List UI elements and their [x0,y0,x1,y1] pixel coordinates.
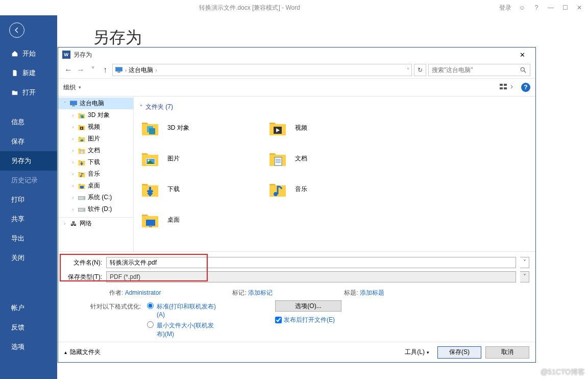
folder-icon [267,117,288,138]
back-button[interactable] [9,22,24,38]
optimize-standard-radio[interactable] [147,302,154,309]
tree-label: 系统 (C:) [88,193,112,202]
tree-item-network[interactable]: ›🖧网络 [58,217,133,229]
optimize-standard-label[interactable]: 标准(打印和联机发布)(A) [157,302,218,318]
breadcrumb-text[interactable]: 这台电脑 [129,66,153,75]
folder-item[interactable]: 3D 对象 [140,117,267,138]
section-header[interactable]: ˅文件夹 (7) [140,101,529,114]
page-title: 另存为 [93,27,588,49]
tree-item[interactable]: ›下载 [58,156,133,168]
folder-label: 文档 [295,154,307,163]
dialog-close-button[interactable]: ✕ [512,49,532,61]
folder-item[interactable]: 图片 [140,148,267,169]
sidebar-label: 另存为 [11,156,31,165]
cancel-button[interactable]: 取消 [485,346,529,359]
search-input[interactable] [432,66,520,74]
sidebar-item-saveas[interactable]: 另存为 [0,151,57,171]
filename-dropdown-icon[interactable]: ˅ [520,257,529,268]
hide-folders-button[interactable]: ▴隐藏文件夹 [64,348,101,357]
tag-value[interactable]: 添加标记 [248,289,273,296]
nav-tree: ˅这台电脑 ›3D 对象›视频›图片›文档›下载›音乐›桌面›系统 (C:)›软… [58,97,134,251]
nav-up-icon[interactable]: ↑ [100,65,110,75]
sidebar-label: 历史记录 [11,176,38,185]
help-button[interactable]: ? [521,83,530,92]
dialog-footer: ▴隐藏文件夹 工具(L)▾ 保存(S) 取消 [58,342,535,362]
tree-label: 软件 (D:) [88,205,112,214]
view-options-icon[interactable] [500,83,515,92]
sidebar-item-close[interactable]: 关闭 [0,248,57,268]
folder-label: 桌面 [167,216,180,224]
tree-label: 文档 [88,146,100,155]
optimize-min-radio[interactable] [147,321,154,328]
sidebar-item-open[interactable]: 打开 [0,83,57,102]
filetype-dropdown-icon[interactable]: ˅ [520,271,529,282]
maximize-icon[interactable]: ☐ [561,4,569,11]
sidebar-item-print[interactable]: 打印 [0,190,57,209]
refresh-button[interactable]: ↻ [414,64,426,76]
folder-item[interactable]: 文档 [267,148,395,169]
open-after-label[interactable]: 发布后打开文件(E) [284,316,335,324]
open-after-checkbox[interactable] [275,317,282,323]
author-value[interactable]: Administrator [125,289,161,296]
filetype-select[interactable]: PDF (*.pdf) [106,271,516,282]
folder-item[interactable]: 音乐 [267,179,395,199]
sidebar-label: 导出 [11,234,24,243]
breadcrumb-dropdown-icon[interactable]: ˅ [407,67,409,73]
tree-item[interactable]: ›音乐 [58,168,133,180]
nav-back-icon[interactable]: ← [63,65,74,75]
svg-rect-40 [275,157,282,165]
tree-item[interactable]: ›文档 [58,145,133,156]
nav-recent-icon[interactable]: ˅ [88,65,98,75]
optimize-min-label[interactable]: 最小文件大小(联机发布)(M) [157,321,218,339]
svg-rect-10 [70,101,77,105]
sidebar-item-account[interactable]: 帐户 [0,298,57,318]
svg-rect-33 [149,128,155,134]
sidebar-item-new[interactable]: 新建 [0,63,57,83]
tree-item-pc[interactable]: ˅这台电脑 [58,98,133,109]
title-value[interactable]: 添加标题 [360,289,384,296]
help-icon[interactable]: ? [533,4,540,11]
tree-item[interactable]: ›软件 (D:) [58,203,133,215]
sidebar-item-export[interactable]: 导出 [0,229,57,248]
tree-item[interactable]: ›系统 (C:) [58,192,133,203]
window-title: 转换演示文件.docx [兼容模式] - Word [0,4,499,12]
save-button[interactable]: 保存(S) [437,346,481,359]
dialog-titlebar: W 另存为 ✕ [58,48,535,62]
tree-item[interactable]: ›桌面 [58,180,133,192]
search-box[interactable] [428,64,530,76]
sidebar-item-options[interactable]: 选项 [0,337,57,357]
folder-icon [267,179,288,199]
tree-item[interactable]: ›图片 [58,133,133,145]
dialog-title-text: 另存为 [74,51,92,59]
filetype-label: 保存类型(T): [66,273,102,281]
minimize-icon[interactable]: — [547,4,554,11]
folder-item[interactable]: 桌面 [140,209,267,230]
hide-folders-label: 隐藏文件夹 [70,348,101,357]
tools-dropdown[interactable]: 工具(L)▾ [401,348,433,357]
sidebar-item-info[interactable]: 信息 [0,112,57,132]
tree-item[interactable]: ›3D 对象 [58,109,133,121]
sidebar-item-feedback[interactable]: 反馈 [0,318,57,337]
svg-rect-26 [80,186,84,188]
folder-item[interactable]: 视频 [267,117,395,138]
sidebar-item-history[interactable]: 历史记录 [0,171,57,190]
tree-item[interactable]: ›视频 [58,121,133,133]
breadcrumb-bar[interactable]: › 这台电脑 › ˅ [112,64,412,76]
sidebar-item-home[interactable]: 开始 [0,44,57,63]
sidebar-item-share[interactable]: 共享 [0,209,57,229]
organize-dropdown-icon[interactable]: ▾ [79,85,81,90]
organize-button[interactable]: 组织 [63,83,76,92]
chevron-icon: › [155,67,157,73]
face-icon[interactable]: ☺ [519,4,526,11]
folder-item[interactable]: 下载 [140,179,267,199]
word-titlebar: 转换演示文件.docx [兼容模式] - Word 登录 ☺ ? — ☐ ✕ [0,0,588,15]
tree-label: 图片 [88,134,100,143]
folder-icon [140,179,160,199]
options-button[interactable]: 选项(O)... [275,300,341,312]
folder-label: 3D 对象 [167,124,189,132]
title-key: 标题: [344,289,358,296]
filename-input[interactable] [106,257,516,268]
login-link[interactable]: 登录 [499,4,511,12]
close-window-icon[interactable]: ✕ [576,4,583,11]
sidebar-item-save[interactable]: 保存 [0,132,57,151]
